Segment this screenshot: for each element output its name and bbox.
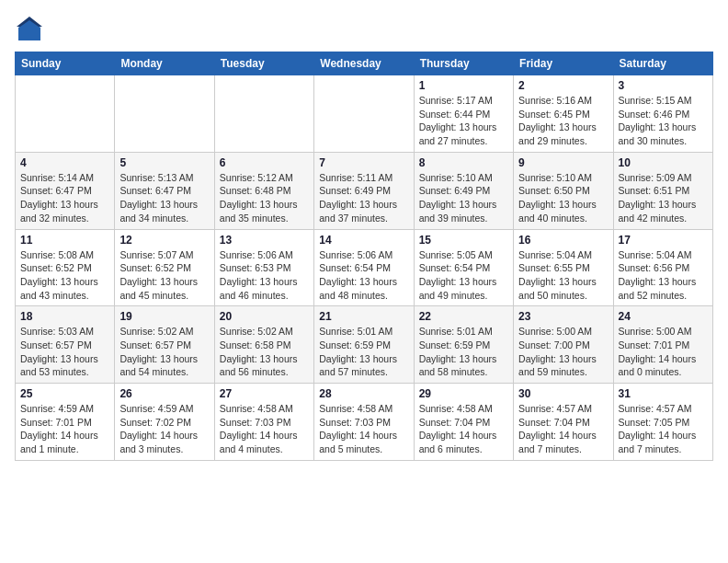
day-of-week-header: Thursday: [414, 52, 513, 75]
day-info: Sunrise: 5:09 AM Sunset: 6:51 PM Dayligh…: [619, 171, 708, 225]
calendar-cell: 1Sunrise: 5:17 AM Sunset: 6:44 PM Daylig…: [414, 75, 513, 153]
calendar-cell: 13Sunrise: 5:06 AM Sunset: 6:53 PM Dayli…: [214, 229, 313, 306]
day-of-week-header: Friday: [514, 52, 613, 75]
day-info: Sunrise: 4:59 AM Sunset: 7:01 PM Dayligh…: [20, 402, 109, 456]
day-number: 22: [419, 310, 508, 323]
calendar-week-row: 4Sunrise: 5:14 AM Sunset: 6:47 PM Daylig…: [16, 152, 713, 229]
day-info: Sunrise: 5:06 AM Sunset: 6:53 PM Dayligh…: [220, 248, 309, 303]
day-info: Sunrise: 5:07 AM Sunset: 6:52 PM Dayligh…: [119, 248, 209, 303]
calendar-cell: 27Sunrise: 4:58 AM Sunset: 7:03 PM Dayli…: [214, 384, 313, 461]
day-info: Sunrise: 5:16 AM Sunset: 6:45 PM Dayligh…: [518, 94, 608, 148]
calendar-cell: 26Sunrise: 4:59 AM Sunset: 7:02 PM Dayli…: [115, 384, 214, 461]
calendar-cell: 19Sunrise: 5:02 AM Sunset: 6:57 PM Dayli…: [115, 306, 214, 384]
calendar-week-row: 18Sunrise: 5:03 AM Sunset: 6:57 PM Dayli…: [16, 306, 713, 384]
day-info: Sunrise: 5:12 AM Sunset: 6:48 PM Dayligh…: [220, 171, 309, 225]
calendar-cell: 25Sunrise: 4:59 AM Sunset: 7:01 PM Dayli…: [16, 384, 115, 461]
calendar-cell: 17Sunrise: 5:04 AM Sunset: 6:56 PM Dayli…: [613, 229, 712, 306]
day-info: Sunrise: 5:15 AM Sunset: 6:46 PM Dayligh…: [619, 94, 708, 148]
day-info: Sunrise: 5:04 AM Sunset: 6:56 PM Dayligh…: [619, 248, 708, 303]
calendar-cell: 31Sunrise: 4:57 AM Sunset: 7:05 PM Dayli…: [613, 384, 712, 461]
day-number: 13: [220, 234, 309, 247]
calendar-cell: 18Sunrise: 5:03 AM Sunset: 6:57 PM Dayli…: [16, 306, 115, 384]
calendar-cell: [214, 75, 313, 153]
day-number: 4: [20, 156, 109, 169]
calendar-cell: 4Sunrise: 5:14 AM Sunset: 6:47 PM Daylig…: [16, 152, 115, 229]
day-number: 27: [220, 387, 309, 400]
calendar-cell: 14Sunrise: 5:06 AM Sunset: 6:54 PM Dayli…: [314, 229, 414, 306]
day-info: Sunrise: 5:10 AM Sunset: 6:49 PM Dayligh…: [419, 171, 508, 225]
logo: [15, 15, 48, 44]
day-info: Sunrise: 5:17 AM Sunset: 6:44 PM Dayligh…: [419, 94, 508, 148]
day-of-week-header: Saturday: [613, 52, 712, 75]
day-info: Sunrise: 5:00 AM Sunset: 7:01 PM Dayligh…: [619, 325, 708, 379]
day-info: Sunrise: 5:02 AM Sunset: 6:57 PM Dayligh…: [119, 325, 209, 379]
day-number: 16: [518, 234, 608, 247]
calendar-cell: 2Sunrise: 5:16 AM Sunset: 6:45 PM Daylig…: [514, 75, 613, 153]
day-number: 28: [319, 387, 408, 400]
day-number: 8: [419, 156, 508, 169]
day-number: 26: [119, 387, 209, 400]
day-number: 9: [518, 156, 608, 169]
day-info: Sunrise: 5:06 AM Sunset: 6:54 PM Dayligh…: [319, 248, 408, 303]
day-number: 29: [419, 387, 508, 400]
day-info: Sunrise: 5:05 AM Sunset: 6:54 PM Dayligh…: [419, 248, 508, 303]
day-info: Sunrise: 4:58 AM Sunset: 7:04 PM Dayligh…: [419, 402, 508, 456]
calendar-cell: 16Sunrise: 5:04 AM Sunset: 6:55 PM Dayli…: [514, 229, 613, 306]
day-of-week-header: Sunday: [16, 52, 115, 75]
day-info: Sunrise: 5:08 AM Sunset: 6:52 PM Dayligh…: [20, 248, 109, 303]
day-number: 2: [518, 79, 608, 92]
calendar-cell: [16, 75, 115, 153]
calendar-cell: 5Sunrise: 5:13 AM Sunset: 6:47 PM Daylig…: [115, 152, 214, 229]
day-of-week-header: Wednesday: [314, 52, 414, 75]
calendar-cell: 3Sunrise: 5:15 AM Sunset: 6:46 PM Daylig…: [613, 75, 712, 153]
day-info: Sunrise: 5:13 AM Sunset: 6:47 PM Dayligh…: [119, 171, 209, 225]
day-of-week-header: Monday: [115, 52, 214, 75]
calendar-header-row: SundayMondayTuesdayWednesdayThursdayFrid…: [16, 52, 713, 75]
day-number: 10: [619, 156, 708, 169]
day-info: Sunrise: 4:58 AM Sunset: 7:03 PM Dayligh…: [220, 402, 309, 456]
logo-icon: [15, 15, 44, 44]
calendar-cell: 12Sunrise: 5:07 AM Sunset: 6:52 PM Dayli…: [115, 229, 214, 306]
calendar-cell: [314, 75, 414, 153]
day-info: Sunrise: 5:04 AM Sunset: 6:55 PM Dayligh…: [518, 248, 608, 303]
day-info: Sunrise: 5:14 AM Sunset: 6:47 PM Dayligh…: [20, 171, 109, 225]
day-number: 24: [619, 310, 708, 323]
calendar-week-row: 25Sunrise: 4:59 AM Sunset: 7:01 PM Dayli…: [16, 384, 713, 461]
day-number: 6: [220, 156, 309, 169]
calendar-cell: 10Sunrise: 5:09 AM Sunset: 6:51 PM Dayli…: [613, 152, 712, 229]
day-number: 17: [619, 234, 708, 247]
calendar-cell: 11Sunrise: 5:08 AM Sunset: 6:52 PM Dayli…: [16, 229, 115, 306]
day-info: Sunrise: 5:02 AM Sunset: 6:58 PM Dayligh…: [220, 325, 309, 379]
day-of-week-header: Tuesday: [214, 52, 313, 75]
calendar-table: SundayMondayTuesdayWednesdayThursdayFrid…: [15, 52, 713, 461]
calendar-cell: 22Sunrise: 5:01 AM Sunset: 6:59 PM Dayli…: [414, 306, 513, 384]
calendar-cell: 30Sunrise: 4:57 AM Sunset: 7:04 PM Dayli…: [514, 384, 613, 461]
calendar-cell: [115, 75, 214, 153]
day-number: 31: [619, 387, 708, 400]
day-number: 25: [20, 387, 109, 400]
day-number: 21: [319, 310, 408, 323]
day-number: 23: [518, 310, 608, 323]
day-info: Sunrise: 4:58 AM Sunset: 7:03 PM Dayligh…: [319, 402, 408, 456]
calendar-cell: 8Sunrise: 5:10 AM Sunset: 6:49 PM Daylig…: [414, 152, 513, 229]
day-number: 12: [119, 234, 209, 247]
calendar-cell: 7Sunrise: 5:11 AM Sunset: 6:49 PM Daylig…: [314, 152, 414, 229]
calendar-cell: 21Sunrise: 5:01 AM Sunset: 6:59 PM Dayli…: [314, 306, 414, 384]
calendar-cell: 24Sunrise: 5:00 AM Sunset: 7:01 PM Dayli…: [613, 306, 712, 384]
day-number: 19: [119, 310, 209, 323]
day-number: 18: [20, 310, 109, 323]
day-info: Sunrise: 4:57 AM Sunset: 7:05 PM Dayligh…: [619, 402, 708, 456]
calendar-cell: 9Sunrise: 5:10 AM Sunset: 6:50 PM Daylig…: [514, 152, 613, 229]
calendar-cell: 29Sunrise: 4:58 AM Sunset: 7:04 PM Dayli…: [414, 384, 513, 461]
day-number: 3: [619, 79, 708, 92]
day-info: Sunrise: 5:00 AM Sunset: 7:00 PM Dayligh…: [518, 325, 608, 379]
day-info: Sunrise: 4:57 AM Sunset: 7:04 PM Dayligh…: [518, 402, 608, 456]
day-number: 30: [518, 387, 608, 400]
calendar-week-row: 1Sunrise: 5:17 AM Sunset: 6:44 PM Daylig…: [16, 75, 713, 153]
calendar-week-row: 11Sunrise: 5:08 AM Sunset: 6:52 PM Dayli…: [16, 229, 713, 306]
day-info: Sunrise: 5:01 AM Sunset: 6:59 PM Dayligh…: [319, 325, 408, 379]
day-info: Sunrise: 5:10 AM Sunset: 6:50 PM Dayligh…: [518, 171, 608, 225]
day-number: 5: [119, 156, 209, 169]
day-info: Sunrise: 5:11 AM Sunset: 6:49 PM Dayligh…: [319, 171, 408, 225]
calendar-cell: 15Sunrise: 5:05 AM Sunset: 6:54 PM Dayli…: [414, 229, 513, 306]
